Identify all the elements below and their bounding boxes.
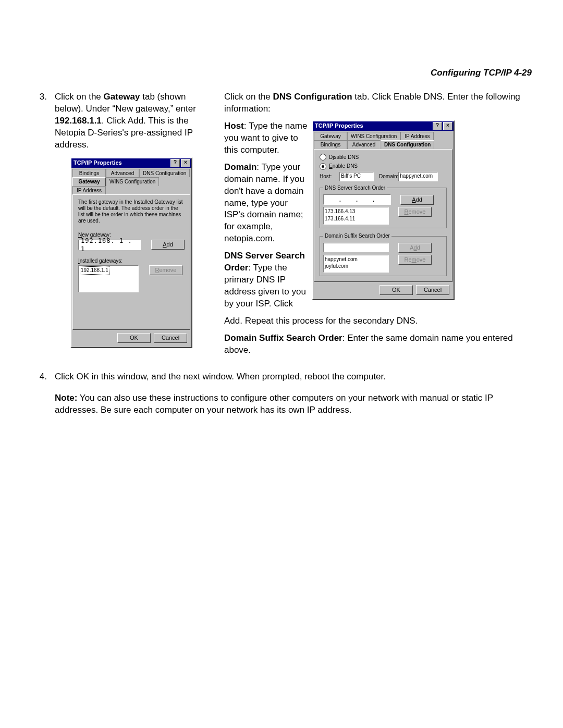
gateway-dialog-title: TCP/IP Properties [72,159,169,167]
gateway-info-text: The first gateway in the Installed Gatew… [78,199,185,224]
note-text: Note: You can also use these instruction… [55,392,532,416]
suffix-list[interactable]: happynet.com joyful.com [323,255,389,273]
tab-gateway[interactable]: Gateway [72,177,106,186]
dns-server-list[interactable]: 173.166.4.13 173.166.4.11 [323,207,389,225]
step-3-left-text: Click on the Gateway tab (shown below). … [55,91,214,151]
tab-wins[interactable]: WINS Configuration [347,132,400,141]
dns-dialog-title: TCP/IP Properties [314,122,432,130]
list-item[interactable]: happynet.com [325,256,387,263]
help-icon[interactable]: ? [433,122,442,130]
list-item[interactable]: joyful.com [325,263,387,270]
remove-button[interactable]: Remove [149,265,182,275]
gateway-dialog: TCP/IP Properties ? × Bindings Advanced … [70,157,192,348]
tab-wins[interactable]: WINS Configuration [106,177,159,186]
list-item[interactable]: 192.168.1.1 [80,266,109,275]
dns-remove-button[interactable]: Remove [398,207,432,217]
dns-server-paragraph-partial: DNS Server Search Order: Type the primar… [224,250,308,310]
dns-ip-input[interactable]: ... [323,194,391,205]
host-label: Host: [320,173,339,180]
tab-dns-configuration[interactable]: DNS Configuration [381,140,434,149]
cancel-button[interactable]: Cancel [154,333,187,343]
close-icon[interactable]: × [181,159,190,167]
step-4-text: Click OK in this window, and the next wi… [55,371,532,383]
tab-advanced[interactable]: Advanced [106,169,139,178]
new-gateway-input[interactable]: 192.168. 1 . 1 [78,240,141,250]
suffix-remove-button[interactable]: Remove [398,255,432,265]
tab-dns-configuration[interactable]: DNS Configuration [139,169,190,178]
list-item[interactable]: 173.166.4.13 [325,208,387,215]
host-paragraph: Host: Type the name you want to give to … [224,120,308,156]
enable-dns-radio[interactable]: Enable DNS [320,163,447,170]
page-header: Configuring TCP/IP 4-29 [431,68,532,78]
help-icon[interactable]: ? [170,159,180,167]
host-input[interactable]: Biff's PC [339,172,374,181]
tab-bindings[interactable]: Bindings [72,169,106,178]
step-4-number: 4. [31,371,47,383]
suffix-input[interactable] [323,243,389,252]
add-button[interactable]: Add [151,240,185,250]
suffix-add-button[interactable]: Add [398,243,432,253]
domain-suffix-search-order-label: Domain Suffix Search Order [323,232,391,240]
installed-gateways-label: Installed gateways: [78,257,185,265]
tab-bindings[interactable]: Bindings [314,140,347,149]
tab-gateway[interactable]: Gateway [314,132,347,141]
close-icon[interactable]: × [443,122,452,130]
tab-ip-address[interactable]: IP Address [400,132,434,141]
cancel-button[interactable]: Cancel [416,285,449,295]
installed-gateways-list[interactable]: 192.168.1.1 [78,265,139,292]
domain-paragraph: Domain: Type your domain name. If you do… [224,162,308,245]
dns-server-search-order-label: DNS Server Search Order [323,184,387,192]
dns-dialog: TCP/IP Properties ? × Gateway WINS Confi… [312,120,455,300]
ok-button[interactable]: OK [117,333,151,343]
dns-add-continuation: Add. Repeat this process for the seconda… [224,315,532,327]
dns-add-button[interactable]: Add [400,195,434,205]
ok-button[interactable]: OK [380,285,413,295]
tab-advanced[interactable]: Advanced [347,140,381,149]
step-3-number: 3. [31,91,47,103]
tab-ip-address[interactable]: IP Address [72,186,106,195]
step-3-right-intro: Click on the DNS Configuration tab. Clic… [224,91,532,115]
list-item[interactable]: 173.166.4.11 [325,215,387,223]
domain-input[interactable]: happynet.com [398,172,438,181]
disable-dns-radio[interactable]: Disable DNS [320,154,447,161]
domain-suffix-paragraph: Domain Suffix Search Order: Enter the sa… [224,332,532,356]
domain-label: Domain: [379,173,398,180]
